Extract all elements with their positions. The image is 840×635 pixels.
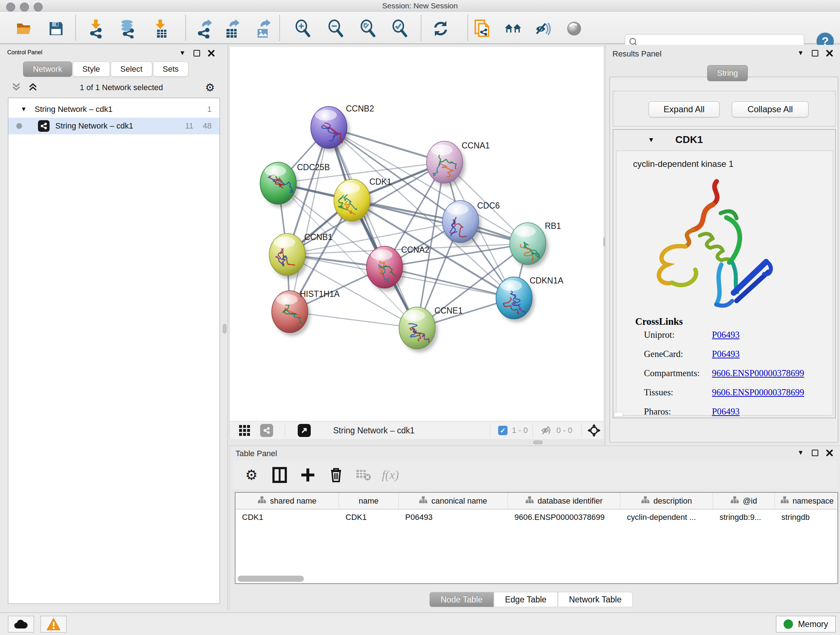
column-header-name[interactable]: name xyxy=(339,493,399,509)
network-type-icon xyxy=(38,120,50,132)
tab-network[interactable]: Network xyxy=(23,62,72,77)
network-node-CCNA1[interactable]: CCNA1 xyxy=(426,141,490,187)
import-database-icon[interactable] xyxy=(118,19,137,38)
panel-float-icon[interactable] xyxy=(194,50,200,57)
detach-view-icon[interactable] xyxy=(298,424,311,437)
entry-expander-icon[interactable]: ▼ xyxy=(648,136,654,144)
panel-float-icon[interactable] xyxy=(812,50,818,57)
crosslink-link[interactable]: 9606.ENSP00000378699 xyxy=(712,368,804,383)
collapse-all-button[interactable]: Collapse All xyxy=(732,101,808,117)
gene-entry-body: cyclin-dependent kinase 1 xyxy=(616,150,833,416)
crosslink-link[interactable]: P06493 xyxy=(712,407,739,421)
network-node-CDK1[interactable]: CDK1 xyxy=(334,177,392,225)
zoom-in-icon[interactable] xyxy=(294,19,312,38)
network-node-CCNE1[interactable]: CCNE1 xyxy=(399,306,463,352)
column-header-namespace[interactable]: namespace xyxy=(775,493,838,509)
crosslink-link[interactable]: P06493 xyxy=(712,349,739,363)
application-window: Session: New Session xyxy=(0,0,840,635)
add-column-icon[interactable] xyxy=(298,466,317,485)
node-label-CDKN1A: CDKN1A xyxy=(530,276,564,285)
open-folder-icon[interactable] xyxy=(15,19,33,38)
copy-style-icon[interactable] xyxy=(473,19,491,38)
zoom-fit-icon[interactable] xyxy=(359,19,377,38)
panel-menu-icon[interactable]: ▼ xyxy=(797,49,804,57)
selected-checkbox[interactable]: ✓ xyxy=(498,424,508,437)
tab-node-table[interactable]: Node Table xyxy=(429,592,494,607)
collapse-all-networks-icon[interactable] xyxy=(11,82,21,93)
results-scrollbar-thumb[interactable] xyxy=(614,412,623,417)
expand-all-networks-icon[interactable] xyxy=(28,82,38,93)
birds-eye-navigator-icon[interactable] xyxy=(587,424,601,437)
expand-all-button[interactable]: Expand All xyxy=(649,101,720,117)
export-image-icon[interactable] xyxy=(254,19,272,38)
network-node-CDKN1A[interactable]: CDKN1A xyxy=(496,276,564,322)
network-edge-CCNB2-HIST1H1A[interactable] xyxy=(290,127,329,312)
hidden-eye-icon[interactable] xyxy=(541,424,553,437)
delete-table-icon[interactable] xyxy=(354,466,373,485)
panel-close-icon[interactable] xyxy=(826,50,833,57)
import-table-icon[interactable] xyxy=(151,19,169,38)
panel-menu-icon[interactable]: ▼ xyxy=(797,449,804,456)
node-label-CCNB2: CCNB2 xyxy=(346,104,374,113)
delete-column-icon[interactable] xyxy=(327,466,346,485)
export-network-icon[interactable] xyxy=(195,19,213,38)
tab-sets[interactable]: Sets xyxy=(153,62,188,77)
table-options-gear-icon[interactable]: ⚙ xyxy=(242,466,261,485)
hide-unhide-icon[interactable] xyxy=(535,19,553,38)
string-results-container: Expand All Collapse All ▼ CDK1 cyclin-de… xyxy=(609,77,838,442)
column-header-canonical-name[interactable]: canonical name xyxy=(399,493,508,509)
table-cell: stringdb:9... xyxy=(713,509,775,525)
show-columns-icon[interactable] xyxy=(270,466,289,485)
memory-button[interactable]: Memory xyxy=(776,616,836,632)
tab-string-results[interactable]: String xyxy=(707,65,748,81)
tab-style[interactable]: Style xyxy=(73,62,110,77)
crosslink-link[interactable]: 9606.ENSP00000378699 xyxy=(712,387,804,402)
network-current-dot xyxy=(16,123,22,129)
tab-network-table[interactable]: Network Table xyxy=(558,592,633,607)
horizontal-splitter-grip[interactable] xyxy=(533,440,543,444)
column-label: description xyxy=(653,496,692,506)
network-row[interactable]: String Network – cdk1 11 48 xyxy=(8,118,219,134)
network-options-gear-icon[interactable]: ⚙ xyxy=(205,82,215,93)
zoom-selected-icon[interactable] xyxy=(391,19,409,38)
function-builder-icon[interactable]: f(x) xyxy=(381,466,400,485)
column-header-description[interactable]: description xyxy=(621,493,713,509)
toolbar-separator xyxy=(467,15,468,41)
panel-float-icon[interactable] xyxy=(812,450,818,456)
crosslink-link[interactable]: P06493 xyxy=(712,330,739,344)
network-node-CCNA2[interactable]: CCNA2 xyxy=(366,245,429,291)
network-canvas[interactable]: CCNB2CCNA1CDC25BCDK1CDC6RB1CCNB1CCNA2CDK… xyxy=(229,47,603,421)
table-cell: P06493 xyxy=(399,509,508,525)
network-node-RB1[interactable]: RB1 xyxy=(510,221,561,268)
network-node-CCNB1[interactable]: CCNB1 xyxy=(269,233,332,279)
column-header-@id[interactable]: @id xyxy=(713,493,775,509)
tree-expander-icon[interactable]: ▼ xyxy=(21,106,27,113)
network-node-HIST1H1A[interactable]: HIST1H1A xyxy=(272,289,340,336)
export-table-icon[interactable] xyxy=(223,19,241,38)
tab-select[interactable]: Select xyxy=(111,62,152,77)
save-icon[interactable] xyxy=(47,19,65,38)
network-edge-CCNB2-CCNE1[interactable] xyxy=(329,127,417,328)
table-row[interactable]: CDK1CDK1P064939606.ENSP00000378699cyclin… xyxy=(235,509,837,525)
column-header-database-identifier[interactable]: database identifier xyxy=(508,493,621,509)
left-splitter-grip[interactable] xyxy=(223,324,226,333)
panel-menu-icon[interactable]: ▼ xyxy=(179,49,186,57)
warnings-button[interactable] xyxy=(41,616,66,632)
panel-close-icon[interactable] xyxy=(208,50,215,57)
zoom-out-icon[interactable] xyxy=(327,19,345,38)
tab-edge-table[interactable]: Edge Table xyxy=(494,592,558,607)
import-network-icon[interactable] xyxy=(87,19,105,38)
home-views-icon[interactable] xyxy=(504,19,523,38)
show-eye-icon[interactable] xyxy=(565,19,583,38)
network-node-CCNB2[interactable]: CCNB2 xyxy=(311,104,374,152)
refresh-icon[interactable] xyxy=(431,19,450,38)
network-collection-row[interactable]: ▼ String Network – cdk1 1 xyxy=(8,101,219,118)
network-view-type-icon[interactable] xyxy=(260,424,273,437)
column-header-shared-name[interactable]: shared name xyxy=(235,493,339,509)
show-grid-icon[interactable] xyxy=(238,424,251,437)
panel-close-icon[interactable] xyxy=(826,450,833,456)
cloud-status-button[interactable] xyxy=(8,616,34,632)
network-node-CDC6[interactable]: CDC6 xyxy=(442,201,500,246)
gene-entry-header[interactable]: ▼ CDK1 xyxy=(613,130,835,150)
table-hscrollbar-thumb[interactable] xyxy=(238,576,304,582)
